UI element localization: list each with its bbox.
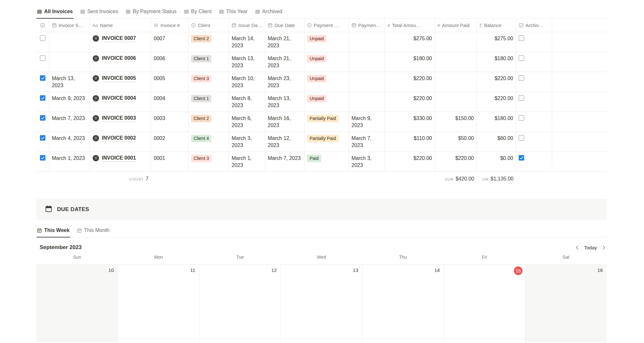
total-amount-cell[interactable]: $275.00	[385, 32, 435, 52]
column-header-sel[interactable]	[36, 19, 49, 32]
archived-checkbox[interactable]	[519, 75, 524, 81]
archived-checkbox[interactable]	[519, 95, 524, 101]
payment-date-cell[interactable]	[349, 92, 385, 112]
payment-status-cell[interactable]: Paid	[304, 152, 349, 172]
due-dates-tab-this-week[interactable]: This Week	[36, 225, 70, 237]
invoice-number-cell[interactable]: 0001	[151, 152, 188, 172]
client-cell[interactable]: Client 3	[188, 152, 229, 172]
issue-date-cell[interactable]: March 1, 2023	[229, 152, 265, 172]
calendar-day-cell[interactable]: 12	[199, 265, 281, 339]
invoice-page-title[interactable]: INVOICE 0001	[102, 155, 136, 162]
calendar-day-cell[interactable]: 15	[444, 265, 525, 339]
invoice-page-title[interactable]: INVOICE 0003	[102, 115, 136, 122]
total-amount-cell[interactable]: $330.00	[385, 112, 435, 132]
balance-cell[interactable]: $275.00	[477, 32, 516, 52]
column-header-archived[interactable]: Archiv…	[516, 19, 552, 32]
balance-cell[interactable]: $180.00	[477, 52, 516, 72]
page-link[interactable]: INVOICE 0007	[92, 35, 148, 42]
invoice-page-title[interactable]: INVOICE 0005	[102, 75, 136, 82]
column-header-name[interactable]: AaName	[90, 19, 151, 32]
issue-date-cell[interactable]: March 13, 2023	[229, 52, 265, 72]
amount-paid-cell[interactable]: $220.00	[435, 152, 477, 172]
calendar-day-cell[interactable]	[199, 339, 281, 342]
client-cell[interactable]: Client 2	[188, 112, 229, 132]
row-select-checkbox[interactable]	[40, 35, 45, 41]
name-cell[interactable]: INVOICE 0004	[90, 92, 151, 112]
issue-date-cell[interactable]: March 14, 2023	[229, 32, 265, 52]
view-tab-by-client[interactable]: By Client	[183, 6, 212, 19]
column-header-invoice_sent[interactable]: Invoice S…	[49, 19, 90, 32]
column-header-client[interactable]: Client	[188, 19, 229, 32]
payment-date-cell[interactable]: March 3, 2023	[349, 152, 385, 172]
page-link[interactable]: INVOICE 0006	[92, 55, 148, 62]
calendar-day-cell[interactable]: 16	[525, 265, 607, 339]
invoice-page-title[interactable]: INVOICE 0004	[102, 95, 136, 102]
due-date-cell[interactable]: March 12, 2023	[265, 132, 304, 152]
invoice-number-cell[interactable]: 0002	[151, 132, 188, 152]
total-amount-cell[interactable]: $220.00	[385, 72, 435, 92]
archived-checkbox[interactable]	[519, 135, 524, 141]
invoice-page-title[interactable]: INVOICE 0007	[102, 35, 136, 42]
name-cell[interactable]: INVOICE 0002	[90, 132, 151, 152]
archived-checkbox[interactable]	[519, 55, 524, 61]
column-header-invoice_no[interactable]: Invoice #	[151, 19, 188, 32]
calendar-day-cell[interactable]: 14	[362, 265, 444, 339]
payment-date-cell[interactable]	[349, 52, 385, 72]
column-header-issue_date[interactable]: Issue Da…	[229, 19, 265, 32]
payment-date-cell[interactable]: March 7, 2023	[349, 132, 385, 152]
payment-status-cell[interactable]: Unpaid	[304, 32, 349, 52]
column-header-amount_paid[interactable]: #Amount Paid	[435, 19, 477, 32]
invoice-sent-cell[interactable]: March 13, 2023	[49, 72, 90, 92]
column-header-total_amount[interactable]: #Total Amou…	[385, 19, 435, 32]
due-date-cell[interactable]: March 21, 2023	[265, 32, 304, 52]
page-link[interactable]: INVOICE 0002	[92, 135, 148, 142]
calendar-day-cell[interactable]: 10	[36, 265, 118, 339]
invoice-sent-cell[interactable]: March 4, 2023	[49, 132, 90, 152]
payment-date-cell[interactable]	[349, 72, 385, 92]
client-cell[interactable]: Client 3	[188, 72, 229, 92]
invoice-number-cell[interactable]: 0003	[151, 112, 188, 132]
page-link[interactable]: INVOICE 0003	[92, 115, 148, 122]
page-link[interactable]: INVOICE 0005	[92, 75, 148, 82]
view-tab-all-invoices[interactable]: All Invoices	[36, 6, 73, 19]
sum-aggregate-amount-paid[interactable]: SUM$420.00	[435, 172, 477, 187]
payment-date-cell[interactable]	[349, 32, 385, 52]
row-select-checkbox[interactable]	[40, 55, 45, 61]
calendar-day-cell[interactable]	[525, 339, 607, 342]
client-cell[interactable]: Client 4	[188, 132, 229, 152]
invoice-number-cell[interactable]: 0006	[151, 52, 188, 72]
name-cell[interactable]: INVOICE 0006	[90, 52, 151, 72]
row-select-checkbox[interactable]	[40, 115, 45, 121]
amount-paid-cell[interactable]	[435, 72, 477, 92]
invoice-number-cell[interactable]: 0005	[151, 72, 188, 92]
invoice-page-title[interactable]: INVOICE 0002	[102, 135, 136, 142]
invoice-sent-cell[interactable]: March 9, 2023	[49, 92, 90, 112]
invoice-sent-cell[interactable]	[49, 32, 90, 52]
issue-date-cell[interactable]: March 8, 2023	[229, 92, 265, 112]
amount-paid-cell[interactable]: $150.00	[435, 112, 477, 132]
view-tab-this-year[interactable]: This Year	[218, 6, 248, 19]
calendar-day-cell[interactable]: 13	[281, 265, 362, 339]
name-cell[interactable]: INVOICE 0005	[90, 72, 151, 92]
amount-paid-cell[interactable]	[435, 52, 477, 72]
balance-cell[interactable]: $220.00	[477, 72, 516, 92]
sum-aggregate-balance[interactable]: UM$1,135.00	[477, 172, 516, 187]
amount-paid-cell[interactable]: $50.00	[435, 132, 477, 152]
view-tab-sent-invoices[interactable]: Sent Invoices	[80, 6, 119, 19]
issue-date-cell[interactable]: March 10, 2023	[229, 72, 265, 92]
total-amount-cell[interactable]: $220.00	[385, 92, 435, 112]
view-tab-archived[interactable]: Archived	[255, 6, 283, 19]
today-button[interactable]: Today	[584, 245, 597, 250]
calendar-day-cell[interactable]	[36, 339, 118, 342]
calendar-day-cell[interactable]: 11	[118, 265, 199, 339]
total-amount-cell[interactable]: $180.00	[385, 52, 435, 72]
name-cell[interactable]: INVOICE 0007	[90, 32, 151, 52]
calendar-day-cell[interactable]	[444, 339, 525, 342]
invoice-sent-cell[interactable]: March 7, 2023	[49, 112, 90, 132]
calendar-day-cell[interactable]	[118, 339, 199, 342]
invoice-page-title[interactable]: INVOICE 0006	[102, 55, 136, 62]
amount-paid-cell[interactable]	[435, 92, 477, 112]
chevron-left-icon[interactable]	[574, 245, 580, 250]
page-link[interactable]: INVOICE 0001	[92, 155, 148, 162]
row-select-checkbox[interactable]	[40, 155, 45, 161]
